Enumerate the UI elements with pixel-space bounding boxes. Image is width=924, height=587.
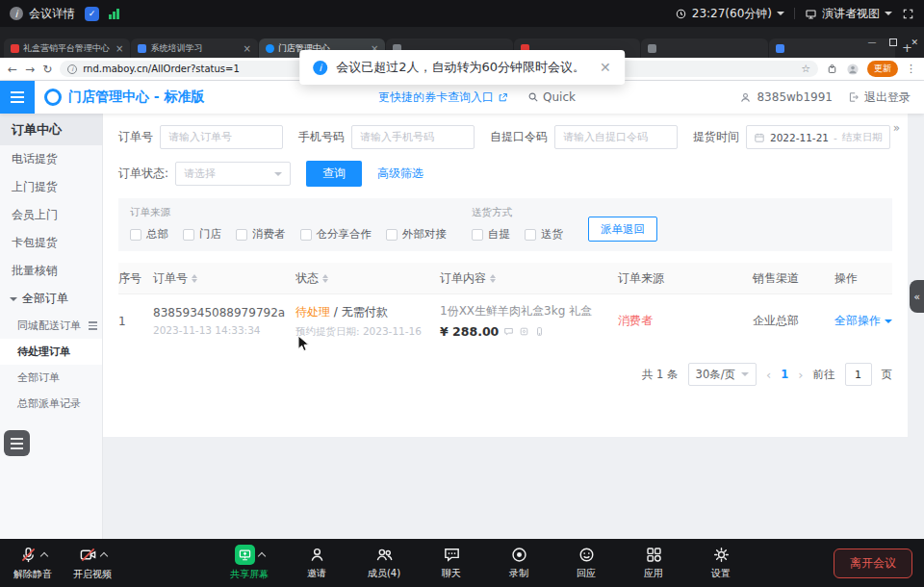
chevron-down-icon bbox=[10, 297, 17, 301]
hamburger-menu-button[interactable] bbox=[0, 81, 35, 114]
message-icon[interactable] bbox=[503, 326, 514, 337]
row-action-dropdown[interactable]: 全部操作 bbox=[834, 313, 892, 329]
chevron-up-icon[interactable] bbox=[39, 552, 47, 560]
current-page[interactable]: 1 bbox=[781, 368, 788, 381]
tab-close-icon[interactable]: × bbox=[116, 43, 123, 54]
sidebar-item-phone-pickup[interactable]: 电话提货 bbox=[0, 145, 102, 173]
start-video-button[interactable]: 开启视频 bbox=[67, 546, 117, 581]
apps-button[interactable]: 应用 bbox=[629, 546, 679, 580]
meeting-timer-label: 23:27(60分钟) bbox=[692, 6, 772, 22]
browser-menu-icon[interactable]: ⋮ bbox=[906, 63, 916, 75]
share-screen-button[interactable]: 共享屏幕 bbox=[224, 546, 274, 581]
filter-status: 订单状态: 请选择 bbox=[118, 162, 291, 186]
page-size-select[interactable]: 30条/页 bbox=[688, 363, 757, 386]
quick-search[interactable]: Quick bbox=[527, 90, 576, 104]
sidebar-item-member-visit[interactable]: 会员上门 bbox=[0, 201, 102, 229]
source-checkbox-hq[interactable]: 总部 bbox=[130, 227, 168, 242]
tab-close-icon[interactable]: × bbox=[243, 43, 250, 54]
col-order-no[interactable]: 订单号 bbox=[153, 270, 295, 287]
sidebar-subitem-city-delivery[interactable]: 同城配送订单 bbox=[0, 313, 102, 339]
search-button[interactable]: 查询 bbox=[306, 161, 362, 187]
start-video-label: 开启视频 bbox=[73, 568, 112, 581]
edge-collapse-tab[interactable]: « bbox=[910, 280, 924, 313]
prev-page-button[interactable]: ‹ bbox=[766, 368, 771, 382]
sidebar-item-batch-verify[interactable]: 批量核销 bbox=[0, 257, 102, 285]
settings-button[interactable]: 设置 bbox=[696, 546, 746, 580]
phone-input[interactable] bbox=[351, 125, 475, 149]
date-range-picker[interactable]: 2022-11-21 - 结束日期 bbox=[746, 125, 890, 149]
next-page-button[interactable]: › bbox=[798, 368, 803, 382]
sort-icon[interactable] bbox=[192, 274, 197, 283]
mini-app-icon[interactable] bbox=[519, 326, 529, 337]
sidebar-item-card-pickup[interactable]: 卡包提货 bbox=[0, 229, 102, 257]
source-checkbox-consumer[interactable]: 消费者 bbox=[236, 227, 286, 242]
chat-button[interactable]: 聊天 bbox=[426, 546, 476, 580]
browser-update-badge[interactable]: 更新 bbox=[867, 61, 898, 77]
drag-handle-icon[interactable] bbox=[89, 321, 97, 330]
source-checkbox-warehouse[interactable]: 仓分享合作 bbox=[300, 227, 372, 242]
sidebar-subitem-all-orders[interactable]: 全部订单 bbox=[0, 365, 102, 391]
delivery-checkbox-selfpickup[interactable]: 自提 bbox=[472, 227, 510, 242]
meeting-topbar-left: i 会议详情 ✓ bbox=[10, 6, 119, 22]
site-info-icon[interactable]: i bbox=[67, 64, 77, 74]
goto-prefix: 前往 bbox=[813, 368, 835, 382]
view-mode-switch[interactable]: 演讲者视图 bbox=[805, 6, 892, 22]
unmute-button[interactable]: 解除静音 bbox=[8, 546, 58, 581]
chevron-up-icon[interactable] bbox=[257, 552, 265, 560]
invite-button[interactable]: 邀请 bbox=[292, 546, 342, 580]
fullscreen-button[interactable] bbox=[902, 8, 914, 20]
user-account[interactable]: 8385wb1991 bbox=[739, 90, 833, 104]
collapse-panel-icon[interactable]: » bbox=[893, 121, 900, 135]
status-select[interactable]: 请选择 bbox=[175, 162, 291, 186]
tab-favicon bbox=[266, 44, 274, 53]
order-no-value[interactable]: 83859345088979792a bbox=[153, 306, 295, 319]
record-button[interactable]: 录制 bbox=[494, 546, 544, 580]
web-page: 门店管理中心 - 标准版 更快捷的券卡查询入口 Quick 8385 bbox=[0, 81, 924, 539]
sidebar-item-door-pickup[interactable]: 上门提货 bbox=[0, 173, 102, 201]
content-title: 1份XX生鲜羊肉礼盒3kg 礼盒 bbox=[440, 303, 618, 319]
chevron-down-icon bbox=[741, 372, 749, 376]
sidebar-group-all-orders[interactable]: 全部订单 bbox=[0, 285, 102, 313]
toast-close-icon[interactable]: ✕ bbox=[600, 60, 611, 75]
forward-button[interactable]: → bbox=[25, 64, 35, 75]
col-status[interactable]: 状态 bbox=[295, 270, 440, 287]
extensions-icon[interactable] bbox=[826, 63, 838, 75]
share-screen-icon bbox=[235, 545, 255, 565]
back-button[interactable]: ← bbox=[8, 64, 17, 75]
col-content[interactable]: 订单内容 bbox=[440, 270, 618, 287]
reload-button[interactable]: ↻ bbox=[42, 64, 52, 75]
phone-icon[interactable] bbox=[534, 326, 545, 337]
restore-button[interactable] bbox=[889, 38, 897, 46]
minimize-button[interactable]: — bbox=[867, 38, 876, 47]
advanced-filter-link[interactable]: 高级筛选 bbox=[377, 166, 424, 182]
floating-menu-widget[interactable] bbox=[4, 430, 30, 456]
coupon-query-link[interactable]: 更快捷的券卡查询入口 bbox=[378, 89, 508, 106]
sidebar-subitem-pending-orders[interactable]: 待处理订单 bbox=[0, 339, 102, 365]
browser-tab-2[interactable]: 系统培训学习 × bbox=[131, 38, 257, 58]
browser-tab-1[interactable]: 礼盒营销平台管理中心 × bbox=[4, 38, 130, 58]
reaction-button[interactable]: 回应 bbox=[561, 546, 611, 580]
order-no-input[interactable] bbox=[160, 125, 283, 149]
goto-page-input[interactable] bbox=[845, 363, 872, 386]
col-index: 序号 bbox=[118, 270, 153, 287]
code-input[interactable] bbox=[554, 125, 678, 149]
logout-button[interactable]: 退出登录 bbox=[848, 89, 911, 106]
profile-avatar[interactable] bbox=[846, 63, 860, 76]
members-button[interactable]: 成员(4) bbox=[359, 546, 409, 580]
sort-icon[interactable] bbox=[490, 274, 496, 283]
browser-tab-6[interactable] bbox=[641, 38, 767, 58]
close-window-button[interactable]: ✕ bbox=[911, 38, 918, 47]
dispatch-return-button[interactable]: 派单退回 bbox=[588, 217, 657, 242]
meeting-details-button[interactable]: i 会议详情 bbox=[10, 6, 75, 22]
chevron-up-icon[interactable] bbox=[99, 552, 107, 560]
sidebar-subitem-hq-dispatch-log[interactable]: 总部派单记录 bbox=[0, 391, 102, 417]
sort-icon[interactable] bbox=[322, 274, 328, 283]
source-checkbox-external[interactable]: 外部对接 bbox=[386, 227, 447, 242]
bookmark-star-icon[interactable]: ☆ bbox=[801, 63, 810, 75]
source-checkbox-store[interactable]: 门店 bbox=[183, 227, 221, 242]
leave-meeting-button[interactable]: 离开会议 bbox=[834, 549, 912, 578]
meeting-timer[interactable]: 23:27(60分钟) bbox=[675, 6, 784, 22]
status-badge: 待处理 bbox=[295, 305, 330, 319]
delivery-checkbox-delivery[interactable]: 送货 bbox=[525, 227, 563, 242]
security-shield-icon[interactable]: ✓ bbox=[85, 7, 99, 21]
